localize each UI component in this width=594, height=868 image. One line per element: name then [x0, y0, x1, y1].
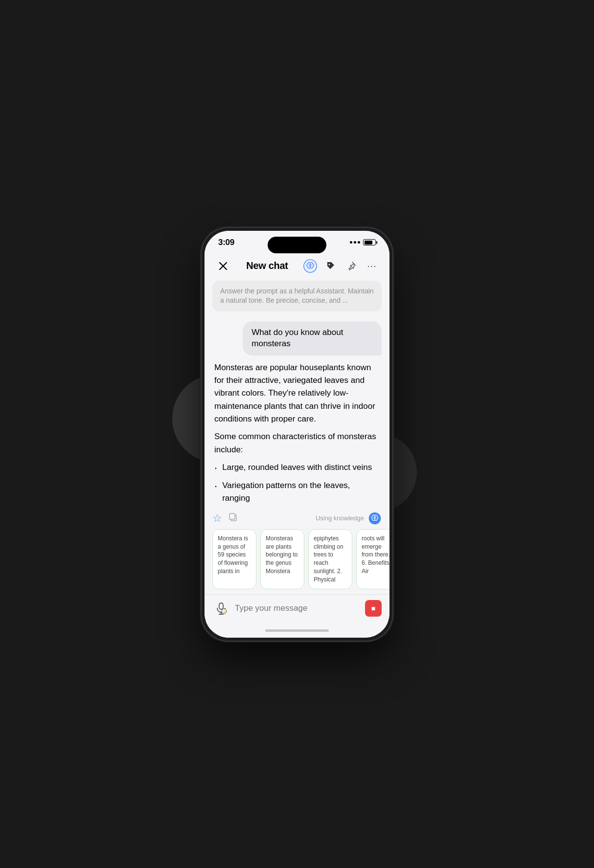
knowledge-card-1[interactable]: Monstera is a genus of 59 species of flo… [212, 529, 256, 589]
input-bar: ⚡ ■ [205, 594, 389, 624]
tag-button[interactable] [323, 258, 339, 274]
pin-icon [346, 261, 357, 271]
bullet-1-text: Large, rounded leaves with distinct vein… [222, 461, 372, 474]
send-stop-icon: ■ [371, 604, 375, 612]
battery-fill [365, 241, 373, 245]
svg-rect-13 [219, 603, 223, 609]
knowledge-card-4[interactable]: roots will emerge from there. 6. Benefit… [356, 529, 389, 589]
phone-screen: 3:09 [205, 231, 389, 638]
message-input[interactable] [235, 603, 360, 613]
knowledge-card-2[interactable]: Monsteras are plants belonging to the ge… [260, 529, 304, 589]
chat-title: New chat [236, 260, 298, 271]
phone-frame: 3:09 [202, 228, 392, 641]
close-icon [219, 262, 228, 270]
using-knowledge-label: Using knowledge [316, 514, 364, 522]
copy-icon [228, 512, 238, 522]
system-prompt: Answer the prompt as a helpful Assistant… [212, 281, 382, 312]
nav-bar: New chat [205, 251, 389, 281]
copy-button[interactable] [228, 512, 238, 524]
knowledge-card-3[interactable]: epiphytes climbing on trees to reach sun… [308, 529, 352, 589]
assistant-message: Monsteras are popular houseplants known … [212, 361, 382, 508]
assistant-para-2: Some common characteristics of monsteras… [214, 430, 380, 456]
bullet-1: Large, rounded leaves with distinct vein… [214, 461, 380, 475]
user-message-text: What do you know about monsteras [251, 328, 343, 348]
user-message: What do you know about monsteras [243, 321, 382, 356]
action-right: Using knowledge [316, 512, 382, 525]
assistant-para-1: Monsteras are popular houseplants known … [214, 361, 380, 426]
svg-point-6 [329, 264, 330, 265]
dynamic-island [268, 237, 326, 253]
brain-icon [303, 259, 318, 273]
home-indicator [205, 624, 389, 638]
tag-icon [325, 261, 336, 271]
pin-button[interactable] [343, 258, 359, 274]
chat-area: What do you know about monsteras Monster… [205, 317, 389, 508]
nav-actions: ··· [302, 258, 380, 274]
action-left: ☆ [212, 512, 238, 525]
star-button[interactable]: ☆ [212, 512, 222, 525]
mic-icon: ⚡ [214, 601, 228, 615]
mic-button[interactable]: ⚡ [212, 600, 230, 617]
home-bar [265, 629, 329, 632]
system-prompt-text: Answer the prompt as a helpful Assistant… [220, 287, 374, 305]
bullet-2: Variegation patterns on the leaves, rang… [214, 479, 380, 505]
svg-rect-8 [229, 513, 235, 519]
battery-icon [363, 239, 376, 245]
status-time: 3:09 [218, 238, 234, 247]
close-button[interactable] [214, 257, 232, 275]
brain-button[interactable] [302, 258, 318, 274]
more-button[interactable]: ··· [364, 258, 380, 274]
status-icons [350, 239, 376, 245]
bullet-2-text: Variegation patterns on the leaves, rang… [222, 479, 380, 505]
assistant-bullets: Large, rounded leaves with distinct vein… [214, 461, 380, 505]
more-icon: ··· [367, 260, 377, 271]
knowledge-brain-icon[interactable] [368, 512, 382, 525]
knowledge-cards: Monstera is a genus of 59 species of flo… [205, 529, 389, 594]
action-bar: ☆ Using knowledge [205, 508, 389, 529]
send-stop-button[interactable]: ■ [365, 600, 382, 617]
svg-text:⚡: ⚡ [222, 609, 227, 614]
signal-icon [350, 241, 360, 244]
